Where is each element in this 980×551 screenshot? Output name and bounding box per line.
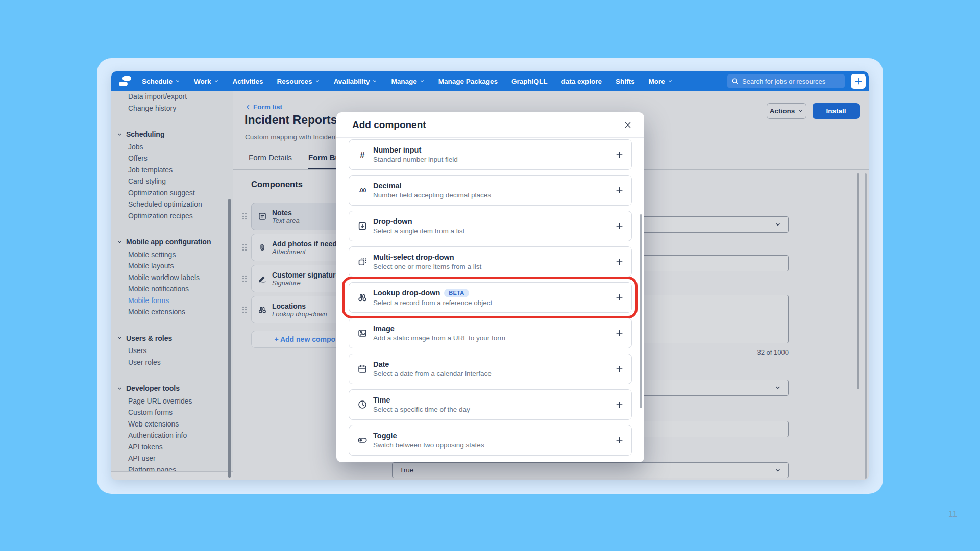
- chevron-down-icon: [798, 108, 803, 114]
- sidebar-item[interactable]: Mobile extensions: [111, 306, 233, 318]
- add-icon[interactable]: [616, 330, 623, 337]
- drag-handle-icon[interactable]: [241, 212, 248, 221]
- add-icon[interactable]: [616, 258, 623, 266]
- add-icon[interactable]: [616, 401, 623, 409]
- binoculars-icon: [258, 305, 267, 314]
- modal-scrollbar[interactable]: [640, 214, 642, 408]
- sidebar-item[interactable]: Change history: [111, 103, 233, 114]
- breadcrumb[interactable]: Form list: [245, 103, 282, 111]
- sidebar-item-label: Scheduling: [126, 130, 164, 138]
- sidebar-item[interactable]: Jobs: [111, 141, 233, 153]
- window-scrollbar[interactable]: [865, 173, 867, 479]
- logo-pill: [119, 82, 128, 86]
- drag-handle-icon[interactable]: [241, 274, 248, 283]
- component-title: Locations: [272, 302, 327, 310]
- sidebar-item[interactable]: Web extensions: [111, 418, 233, 430]
- nav-item[interactable]: GraphiQLL: [511, 78, 548, 85]
- add-component-option[interactable]: Lookup drop-down BETA Select a record fr…: [349, 282, 632, 313]
- sidebar-item[interactable]: Mobile notifications: [111, 283, 233, 295]
- skedulo-logo-icon[interactable]: [118, 76, 132, 87]
- nav-item[interactable]: Schedule: [142, 78, 180, 85]
- add-component-option[interactable]: Time Select a specific time of the day: [349, 389, 632, 420]
- sidebar-item[interactable]: Custom forms: [111, 407, 233, 418]
- nav-item[interactable]: Manage Packages: [438, 78, 498, 85]
- chevron-down-icon: [420, 79, 425, 84]
- option-title: Image: [373, 324, 395, 333]
- sidebar-item[interactable]: Authentication info: [111, 430, 233, 441]
- nav-item[interactable]: More: [649, 78, 673, 85]
- panel-scrollbar[interactable]: [857, 173, 859, 389]
- nav-item[interactable]: Availability: [334, 78, 378, 85]
- sidebar-item-label: Web extensions: [128, 420, 179, 428]
- add-component-option[interactable]: # Number input Standard number input fie…: [349, 139, 632, 170]
- chevron-down-icon: [117, 132, 122, 137]
- option-description: Select one or more items from a list: [373, 263, 481, 270]
- sidebar-item[interactable]: Developer tools: [111, 383, 233, 394]
- nav-item-label: Manage: [391, 78, 416, 85]
- nav-item-label: Resources: [277, 78, 312, 85]
- component-type: Lookup drop-down: [272, 310, 327, 318]
- add-component-option[interactable]: Multi-select drop-down Select one or mor…: [349, 246, 632, 277]
- sidebar-item[interactable]: Platform pages: [111, 464, 233, 472]
- nav-item-label: GraphiQLL: [511, 78, 548, 85]
- add-component-option[interactable]: .00 Decimal Number field accepting decim…: [349, 175, 632, 206]
- add-component-option[interactable]: Date Select a date from a calendar inter…: [349, 354, 632, 384]
- sidebar-item[interactable]: Scheduled optimization: [111, 198, 233, 210]
- search-input[interactable]: [742, 78, 834, 85]
- create-new-button[interactable]: [851, 74, 866, 89]
- close-button[interactable]: [621, 118, 635, 132]
- sidebar-scrollbar[interactable]: [228, 199, 231, 478]
- add-icon[interactable]: [616, 151, 623, 159]
- add-icon[interactable]: [616, 294, 623, 302]
- nav-item[interactable]: Activities: [233, 78, 263, 85]
- breadcrumb-label: Form list: [253, 103, 282, 111]
- sidebar-item[interactable]: Card styling: [111, 176, 233, 187]
- chevron-down-icon: [668, 79, 673, 84]
- nav-item[interactable]: Work: [194, 78, 219, 85]
- option-title: Number input: [373, 146, 421, 154]
- select-value: True: [400, 466, 413, 474]
- add-icon[interactable]: [616, 187, 623, 194]
- component-title: Customer signature: [272, 271, 339, 279]
- sidebar-item[interactable]: Mobile workflow labels: [111, 272, 233, 284]
- sidebar-item[interactable]: Optimization recipes: [111, 210, 233, 222]
- nav-item[interactable]: Manage: [391, 78, 424, 85]
- sidebar-item[interactable]: Mobile settings: [111, 249, 233, 261]
- sidebar-item[interactable]: Job templates: [111, 164, 233, 176]
- chevron-down-icon: [117, 386, 122, 391]
- component-type: Signature: [272, 279, 339, 287]
- sidebar-item[interactable]: Optimization suggest: [111, 187, 233, 199]
- component-type: Attachment: [272, 248, 345, 256]
- drag-handle-icon[interactable]: [241, 243, 248, 252]
- sidebar-item[interactable]: Users & roles: [111, 333, 233, 344]
- nav-item[interactable]: Resources: [277, 78, 320, 85]
- sidebar-item[interactable]: Mobile app configuration: [111, 236, 233, 248]
- sidebar-item[interactable]: Page URL overrides: [111, 395, 233, 407]
- sidebar-item[interactable]: Mobile forms: [111, 295, 233, 307]
- add-icon[interactable]: [616, 222, 623, 230]
- form-field-select-true[interactable]: True: [392, 462, 789, 478]
- add-component-option[interactable]: Drop-down Select a single item from a li…: [349, 211, 632, 241]
- sidebar-item[interactable]: Scheduling: [111, 129, 233, 140]
- sidebar-item[interactable]: API tokens: [111, 441, 233, 453]
- sidebar-item[interactable]: Data import/export: [111, 91, 233, 103]
- chevron-down-icon: [175, 79, 180, 84]
- add-component-option[interactable]: Toggle Switch between two opposing state…: [349, 425, 632, 456]
- sidebar-item[interactable]: User roles: [111, 357, 233, 368]
- actions-button[interactable]: Actions: [767, 103, 806, 119]
- option-description: Add a static image from a URL to your fo…: [373, 334, 505, 342]
- sidebar-item-label: Custom forms: [128, 408, 173, 416]
- drag-handle-icon[interactable]: [241, 305, 248, 314]
- sidebar-item[interactable]: Mobile layouts: [111, 260, 233, 272]
- nav-item[interactable]: data explore: [561, 78, 602, 85]
- tab[interactable]: Form Details: [249, 153, 292, 169]
- add-icon[interactable]: [616, 437, 623, 444]
- install-button[interactable]: Install: [813, 103, 860, 119]
- sidebar-item[interactable]: API user: [111, 453, 233, 464]
- sidebar-item[interactable]: Offers: [111, 153, 233, 164]
- sidebar-item[interactable]: Users: [111, 345, 233, 357]
- add-component-option[interactable]: Image Add a static image from a URL to y…: [349, 318, 632, 348]
- add-component-modal: Add component # Number input: [336, 112, 644, 462]
- nav-item[interactable]: Shifts: [616, 78, 635, 85]
- add-icon[interactable]: [616, 365, 623, 373]
